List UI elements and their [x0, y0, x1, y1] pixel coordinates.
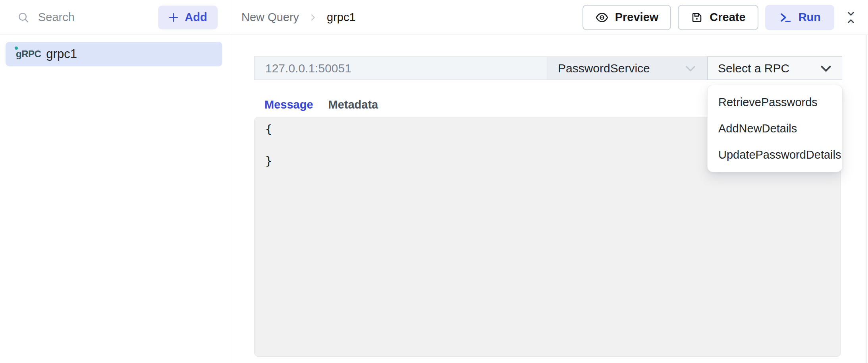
tab-message[interactable]: Message [257, 98, 320, 120]
rpc-option-retrieve-passwords[interactable]: RetrievePasswords [708, 89, 842, 115]
rpc-dropdown-menu: RetrievePasswords AddNewDetails UpdatePa… [707, 85, 843, 172]
preview-button-label: Preview [615, 11, 659, 24]
search-input[interactable] [38, 11, 129, 24]
eye-icon [595, 11, 609, 24]
sidebar-header: Add [0, 0, 229, 35]
main-panel: New Query grpc1 Preview [229, 0, 868, 363]
add-button[interactable]: Add [158, 6, 218, 29]
run-button-label: Run [799, 11, 821, 24]
search-box[interactable] [17, 11, 158, 24]
chevron-down-icon [819, 61, 833, 76]
preview-button[interactable]: Preview [583, 5, 671, 30]
breadcrumb: New Query grpc1 [241, 11, 356, 24]
create-button-label: Create [710, 11, 745, 24]
chevron-right-icon [309, 13, 317, 22]
collapse-vertical-icon [845, 9, 857, 26]
run-button[interactable]: Run [765, 5, 834, 30]
tab-metadata[interactable]: Metadata [321, 98, 386, 120]
sidebar: Add gRPC grpc1 [0, 0, 229, 363]
url-input[interactable] [254, 56, 547, 80]
sidebar-item-label: grpc1 [46, 47, 77, 61]
add-button-label: Add [185, 11, 207, 24]
service-select[interactable]: PasswordService [547, 56, 707, 80]
service-select-value: PasswordService [558, 62, 650, 75]
terminal-icon [779, 11, 792, 24]
rpc-option-add-new-details[interactable]: AddNewDetails [708, 115, 842, 142]
editor-tabs: Message Metadata [257, 98, 385, 120]
plus-icon [168, 12, 179, 23]
chevron-down-icon [684, 62, 697, 75]
breadcrumb-item-new-query[interactable]: New Query [241, 11, 299, 24]
rpc-select[interactable]: Select a RPC [707, 56, 842, 80]
save-icon [691, 11, 703, 24]
rpc-option-update-password-details[interactable]: UpdatePasswordDetails [708, 142, 842, 168]
connection-bar: PasswordService Select a RPC [254, 56, 842, 80]
collapse-button[interactable] [845, 9, 857, 26]
sidebar-item-grpc1[interactable]: gRPC grpc1 [6, 42, 222, 66]
search-icon [17, 12, 29, 23]
app-window: Add gRPC grpc1 New Query grpc1 [0, 0, 868, 363]
create-button[interactable]: Create [678, 5, 758, 30]
header-actions: Preview Create Run [583, 5, 857, 30]
main-header: New Query grpc1 Preview [229, 0, 868, 35]
grpc-logo-icon: gRPC [16, 49, 41, 59]
right-edge-divider [866, 35, 867, 363]
breadcrumb-item-grpc1[interactable]: grpc1 [327, 11, 356, 24]
rpc-select-placeholder: Select a RPC [718, 62, 789, 75]
